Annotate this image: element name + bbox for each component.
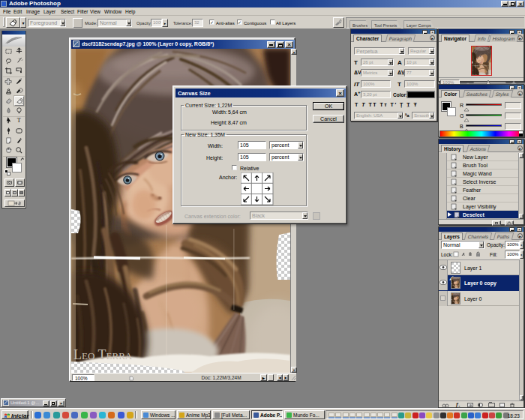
svg-text:T: T xyxy=(17,118,21,124)
